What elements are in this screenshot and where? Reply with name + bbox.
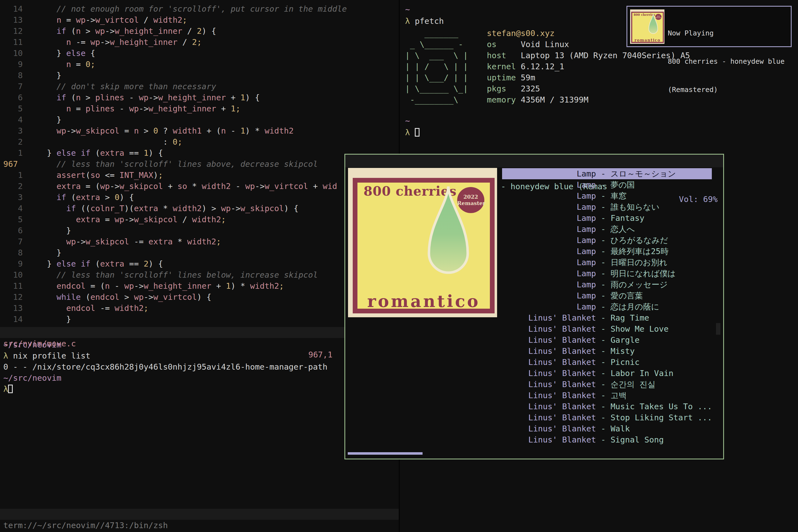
music-player-window[interactable]: [Playing] herries - honeydew blue (Remas… — [344, 154, 724, 459]
playlist-item[interactable]: Lamp - 車窓 — [502, 190, 712, 202]
playlist-item[interactable]: Linus' Blanket - Walk — [502, 423, 712, 434]
code-line: 1 } else if (extra == 1) { — [3, 147, 397, 158]
water-drop-icon — [421, 185, 476, 285]
playlist-item-selected[interactable]: Lamp - スロ～モ～ション — [502, 168, 712, 179]
terminal-line: ~/src/neovim — [3, 373, 327, 383]
shell-cwd: ~ — [405, 4, 410, 15]
code-line: 2 extra = (wp->w_skipcol + so * width2 -… — [3, 180, 397, 192]
playlist: Lamp - スロ～モ～ションLamp - 夢の国Lamp - 車窓Lamp -… — [502, 168, 712, 445]
code-line: 5 extra = wp->w_skipcol / width2; — [3, 214, 397, 225]
code-line: 7 // don't skip more than necessary — [3, 81, 397, 92]
notification-track-suffix: (Remastered) — [668, 85, 784, 94]
playlist-item[interactable]: Lamp - Fantasy — [502, 212, 712, 224]
terminal-ruler: 14,3-2 — [303, 531, 332, 532]
notification-title: Now Playing — [668, 28, 784, 38]
code-line: 8 } — [3, 247, 397, 258]
code-line: 6 if (n > plines - wp->w_height_inner + … — [3, 92, 397, 103]
progress-bar[interactable] — [348, 452, 422, 455]
code-line: 7 wp->w_skipcol -= extra * width2; — [3, 236, 397, 247]
code-line: 3 wp->w_skipcol = n > 0 ? width1 + (n - … — [3, 125, 397, 136]
code-line: 8 } — [3, 70, 397, 81]
playlist-item[interactable]: Linus' Blanket - Misty — [502, 345, 712, 357]
vim-statusline: src/nvim/move.c 967,1 — [0, 327, 399, 338]
terminal-line: ~/src/neovim — [3, 339, 327, 350]
prompt-lambda-icon: λ — [405, 128, 410, 137]
playlist-item[interactable]: Linus' Blanket - Stop Liking Start ... — [502, 412, 712, 423]
playlist-item[interactable]: Linus' Blanket - Signal Song — [502, 434, 712, 445]
playlist-item[interactable]: Linus' Blanket - 고백 — [502, 390, 712, 401]
code-line: 14 } — [3, 314, 397, 325]
album-art-thumbnail: 800 cherries 2022Remaster romantico — [630, 10, 664, 44]
water-drop-icon — [647, 14, 660, 37]
code-line: 13 n = wp->w_virtcol / width2; — [3, 14, 397, 25]
terminal-line: 0 - - /nix/store/cq3cx86h28j0y46ls0nhjzj… — [3, 361, 327, 373]
code-line: 12 if (n > wp->w_height_inner / 2) { — [3, 25, 397, 37]
code-line: 10 } else { — [3, 48, 397, 59]
void-linux-logo: _______ _ \______ - | \ ___ \ | | | / \ … — [405, 28, 468, 105]
code-line: 10 // less than 'scrolloff' lines below,… — [3, 269, 397, 280]
code-line: 11 n -= wp->w_height_inner / 2; — [3, 37, 397, 48]
code-line: 2 : 0; — [3, 136, 397, 147]
playlist-item[interactable]: Lamp - 日曜日のお別れ — [502, 257, 712, 268]
terminal-cursor — [415, 128, 419, 137]
playlist-item[interactable]: Linus' Blanket - Labor In Vain — [502, 368, 712, 379]
playlist-item[interactable]: Linus' Blanket - Show Me Love — [502, 323, 712, 335]
code-line: 4 } — [3, 114, 397, 125]
playlist-item[interactable]: Lamp - 愛の言葉 — [502, 290, 712, 301]
terminal-line: λ nix profile list — [3, 350, 327, 361]
terminal-statusline: term://~/src/neovim//4713:/bin/zsh 14,3-… — [0, 509, 399, 520]
code-line: 11 endcol = (n - wp->w_height_inner + 1)… — [3, 280, 397, 291]
playlist-item[interactable]: Linus' Blanket - Gargle — [502, 335, 712, 345]
playlist-item[interactable]: Lamp - 雨のメッセージ — [502, 279, 712, 290]
prompt-lambda-icon: λ — [405, 16, 410, 26]
album-art: 800 cherries 2022Remaster romantico — [348, 168, 497, 317]
album-frame: 800 cherries 2022Remaster romantico — [631, 12, 664, 43]
terminal-cursor — [8, 385, 13, 393]
code-line: 3 if (extra > 0) { — [3, 192, 397, 203]
code-line: 9 } else if (extra == 2) { — [3, 258, 397, 269]
album-frame: 800 cherries 2022Remaster romantico — [353, 178, 495, 314]
code-line-current: 967 // less than 'scrolloff' lines above… — [3, 158, 397, 170]
album-title-text: romantico — [634, 38, 661, 42]
playlist-item[interactable]: Linus' Blanket - 순간의 진실 — [502, 379, 712, 390]
shell-cwd: ~ — [405, 115, 410, 126]
code-line: 4 if ((colnr_T)(extra * width2) > wp->w_… — [3, 203, 397, 214]
playlist-item[interactable]: Lamp - 誰も知らない — [502, 202, 712, 212]
terminal-line: λ — [3, 383, 327, 395]
terminal-buffer-name: term://~/src/neovim//4713:/bin/zsh — [3, 520, 168, 531]
shell-command-line: λ pfetch — [405, 16, 444, 26]
code-line: 14 // not enough room for 'scrolloff', p… — [3, 3, 397, 14]
playlist-item[interactable]: Lamp - 恋人へ — [502, 224, 712, 235]
shell-prompt: λ — [405, 127, 419, 138]
code-line: 6 } — [3, 225, 397, 236]
code-line: 13 endcol -= width2; — [3, 303, 397, 314]
playlist-item[interactable]: Linus' Blanket - Rag Time — [502, 312, 712, 323]
code-lines: 14 // not enough room for 'scrolloff', p… — [3, 3, 397, 325]
playlist-scrollbar-thumb[interactable] — [716, 323, 720, 335]
code-line: 5 n = plines - wp->w_height_inner + 1; — [3, 103, 397, 114]
shell-command — [410, 16, 415, 26]
notification-track: 800 cherries - honeydew blue — [668, 57, 784, 66]
code-line: 12 while (endcol > wp->w_virtcol) { — [3, 291, 397, 303]
embedded-terminal[interactable]: ~/src/neovimλ nix profile list0 - - /nix… — [3, 339, 327, 395]
now-playing-notification[interactable]: 800 cherries 2022Remaster romantico Now … — [626, 6, 792, 47]
playlist-item[interactable]: Lamp - ひろがるなみだ — [502, 235, 712, 246]
code-line: 9 n = 0; — [3, 59, 397, 70]
playlist-item[interactable]: Lamp - 明日になれば僕は — [502, 268, 712, 279]
playlist-item[interactable]: Linus' Blanket - Picnic — [502, 357, 712, 368]
album-title-text: romantico — [367, 291, 480, 309]
playlist-item[interactable]: Lamp - 最終列車は25時 — [502, 246, 712, 257]
neovim-pane[interactable]: 14 // not enough room for 'scrolloff', p… — [0, 0, 399, 532]
desktop: { "palette":{"bg":"#0f0f0f","statusline_… — [0, 0, 798, 532]
code-line: 1 assert(so <= INT_MAX); — [3, 170, 397, 180]
playlist-item[interactable]: Lamp - 夢の国 — [502, 179, 712, 190]
playlist-item[interactable]: Linus' Blanket - Music Takes Us To ... — [502, 401, 712, 412]
playlist-item[interactable]: Lamp - 恋は月の蔭に — [502, 301, 712, 312]
player-titlebar: [Playing] herries - honeydew blue (Remas… — [345, 155, 723, 167]
